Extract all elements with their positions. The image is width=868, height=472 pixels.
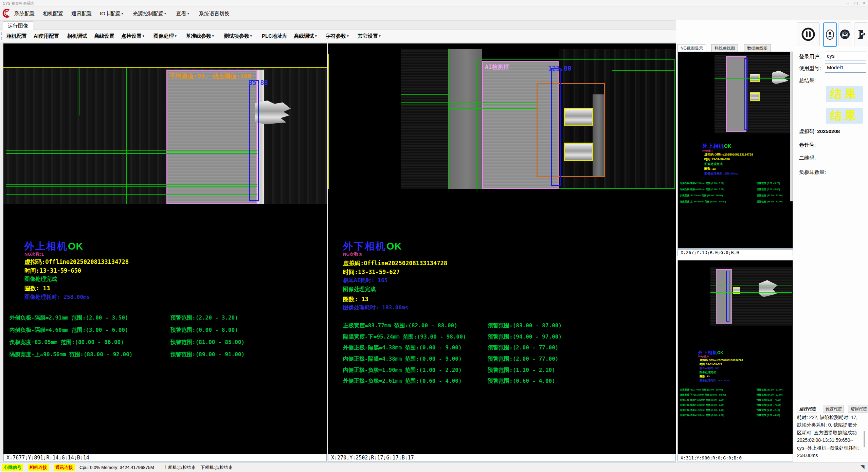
mini-pink-box [716, 269, 732, 324]
result-badge-lower: 结果 [826, 108, 863, 124]
tab-error-log[interactable]: 错误日志 [848, 405, 868, 413]
comm-connect-indicator: 通讯连接 [54, 464, 75, 471]
tool-image-process[interactable]: 图像处理▾ [151, 32, 179, 40]
total-result-label: 总结果: [799, 77, 816, 84]
menu-light-config[interactable]: 光源控制配置▾ [131, 10, 168, 17]
menu-io-config[interactable]: IO卡配置▾ [98, 10, 125, 17]
tool-camera-config[interactable]: 相机配置 [4, 32, 29, 40]
upper-camera-check-text: 上相机:点检结束 [164, 465, 196, 471]
tab-material-curve[interactable]: 料线曲线图 [711, 44, 738, 52]
green-vertical-line [126, 68, 127, 204]
mini-measurement-row: 外侧正极-负极=2.61mm 范围:(0.60 - 4.00)预警范围:(0.6… [680, 414, 724, 417]
tab-data-curve[interactable]: 数据曲线图 [744, 44, 771, 52]
tool-spot-check[interactable]: 点检设置▾ [119, 32, 147, 40]
run-log-text: 耗时: 222, 缺陷检测耗时: 17, 缺陷分类耗时: 0, 缺陷提取分区耗时… [797, 414, 862, 462]
menu-comm-config[interactable]: 通讯配置 [69, 10, 94, 17]
green-horizontal-line [401, 102, 537, 103]
loop-count-text: 圈数: 13 [343, 295, 368, 303]
negative-tab-count-label: 负极耳数量: [799, 169, 826, 176]
log-scrollbar[interactable] [864, 431, 865, 447]
menu-language-switch[interactable]: 系统语言切换 [197, 10, 232, 17]
chevron-down-icon: ▾ [143, 34, 144, 38]
process-done-text: 图像处理完成 [24, 276, 57, 283]
green-horizontal-line [6, 186, 257, 187]
ai-elapsed-text: 极耳AI耗时: 165 [343, 277, 387, 284]
menu-view[interactable]: 查看▾ [174, 10, 191, 17]
tab-ng-display[interactable]: NG截图显示 [677, 44, 706, 52]
user-login-button[interactable] [823, 22, 837, 47]
blue-measure-box [249, 80, 259, 201]
mini-measurement-row: 正极宽度=83.77mm 范围:(82.00 - 88.00)预警范围:(83.… [680, 388, 723, 392]
tool-plc-address[interactable]: PLC地址库 [259, 32, 290, 40]
menu-system-config[interactable]: 系统配置 [12, 10, 37, 17]
measurement-row: 外侧正极-隔膜=4.38mm 范围:(0.00 - 9.00)预警范围:(2.0… [343, 344, 462, 351]
upper-camera-image-panel[interactable]: 平均阈值:93, 动态阈值:100 85.88 外上相机OK NG次数:1 虚拟… [3, 43, 327, 454]
measurement-row: 外侧负极-隔膜=2.91mm 范围:(2.00 - 3.50)预警范围:(2.2… [10, 314, 128, 322]
tab-setting-log[interactable]: 设置日志 [823, 405, 844, 413]
mini-measurement-row: 内侧正极-负极=1.90mm 范围:(1.00 - 2.20)预警范围:(1.1… [680, 409, 724, 412]
mini-measurement-row: 外侧正极-隔膜=4.38mm 范围:(0.00 - 9.00)预警范围:(2.0… [680, 398, 724, 402]
tool-test-item-params[interactable]: 测试项参数▾ [221, 32, 254, 40]
pause-button[interactable] [797, 22, 820, 46]
machinery-texture [3, 68, 327, 204]
model-input[interactable]: Model1 [825, 63, 866, 73]
toolbar-grip-handle[interactable] [1, 32, 3, 40]
chevron-down-icon: ▾ [175, 34, 177, 38]
mini-green-line [725, 55, 725, 133]
lower-camera-coordinate-bar: X:270;Y:2502;R:17;G:17;B:17 [328, 454, 676, 461]
chevron-down-icon: ▾ [122, 12, 123, 15]
yellow-edge-line [328, 54, 329, 189]
time-text: 时间:13-31-59-627 [343, 268, 400, 276]
tool-baseline-params[interactable]: 基准线参数▾ [183, 32, 216, 40]
measurement-row: 正极宽度=83.77mm 范围:(82.00 - 88.00)预警范围:(83.… [343, 322, 457, 329]
minimize-button[interactable]: ─ [844, 0, 852, 6]
mini-ai-elapsed-text: 极耳AI耗时: 165 [700, 366, 719, 370]
sidebar: NG截图显示 料线曲线图 数据曲线图 外上相机OK NG次数:1 虚拟码:Off… [676, 20, 868, 462]
menu-camera-config[interactable]: 相机配置 [41, 10, 65, 17]
green-horizontal-line [6, 194, 257, 195]
green-vertical-line [448, 49, 449, 189]
status-bar: 心跳信号 相机连接 通讯连接 Cpu: 0.0% Memory: 3424.41… [0, 462, 868, 472]
tool-ai-use-config[interactable]: AI使用配置 [31, 32, 61, 40]
heartbeat-indicator: 心跳信号 [2, 464, 23, 471]
ng-thumbnail-lower[interactable]: 外下相机OK NG次数:0 虚拟码:Offline202502081331347… [677, 260, 793, 454]
tab-run-image[interactable]: 运行图像 [3, 21, 33, 30]
tool-offline-debug[interactable]: 离线调试▾ [291, 32, 319, 40]
mini-measurement-row: 内侧正极-隔膜=4.38mm 范围:(0.00 - 9.00)预警范围:(2.0… [680, 403, 724, 407]
mini-done-text: 图像处理完成 [700, 370, 716, 374]
chevron-down-icon: ▾ [187, 12, 189, 15]
lower-camera-image-panel[interactable]: AI检测框 123.80 外下相机OK NG次数:0 虚拟码:Offline20… [328, 43, 676, 454]
mini-done-text: 图像处理完成 [704, 162, 723, 166]
green-horizontal-line [6, 150, 257, 151]
login-user-input[interactable]: cys [825, 52, 866, 60]
thumbnail2-coordinate-bar: X:311;Y:980;R:0;G:0;B:0 [677, 455, 793, 461]
thumbnail1-coordinate-bar: X:267;Y:13;R:0;G:0;B:0 [677, 249, 793, 256]
green-horizontal-line [6, 153, 257, 154]
maximize-button[interactable]: ▢ [852, 0, 860, 6]
users-group-button[interactable] [838, 22, 851, 46]
ng-thumbnail-upper[interactable]: 外上相机OK NG次数:1 虚拟码:Offline202502081331347… [677, 52, 793, 249]
thumbnail-scrollbar[interactable] [790, 52, 793, 201]
mini-green-line [715, 76, 791, 76]
measurement-row: 内侧正极-隔膜=4.38mm 范围:(0.00 - 9.00)预警范围:(2.0… [343, 356, 462, 363]
users-group-icon [840, 29, 850, 39]
measurement-row: 负极宽度=83.05mm 范围:(80.00 - 86.00)预警范围:(81.… [10, 339, 124, 346]
camera-connect-indicator: 相机连接 [28, 464, 49, 471]
tool-other-settings[interactable]: 其它设置▾ [355, 32, 383, 40]
ai-detect-box-pink [166, 70, 257, 204]
tool-char-params[interactable]: 字符参数▾ [323, 32, 351, 40]
model-label: 使用型号: [799, 65, 821, 72]
mini-loops-text: 圈数: 13 [700, 375, 710, 378]
tool-camera-debug[interactable]: 相机调试 [65, 32, 90, 40]
green-horizontal-line [6, 184, 257, 185]
tab-run-log[interactable]: 运行日志 [797, 405, 818, 413]
measurement-row: 内侧负极-隔膜=4.60mm 范围:(3.00 - 6.00)预警范围:(0.0… [10, 327, 128, 334]
mini-green-line [710, 286, 792, 286]
exit-logout-button[interactable] [854, 22, 868, 46]
resize-grip-icon[interactable]: ◥ [861, 464, 867, 471]
tool-offline-setting[interactable]: 离线设置 [92, 32, 117, 40]
yellow-tab-box [564, 143, 593, 161]
ai-box-label: AI检测框 [485, 63, 509, 71]
login-user-label: 登录用户: [799, 54, 821, 60]
close-button[interactable]: ✕ [861, 0, 868, 6]
